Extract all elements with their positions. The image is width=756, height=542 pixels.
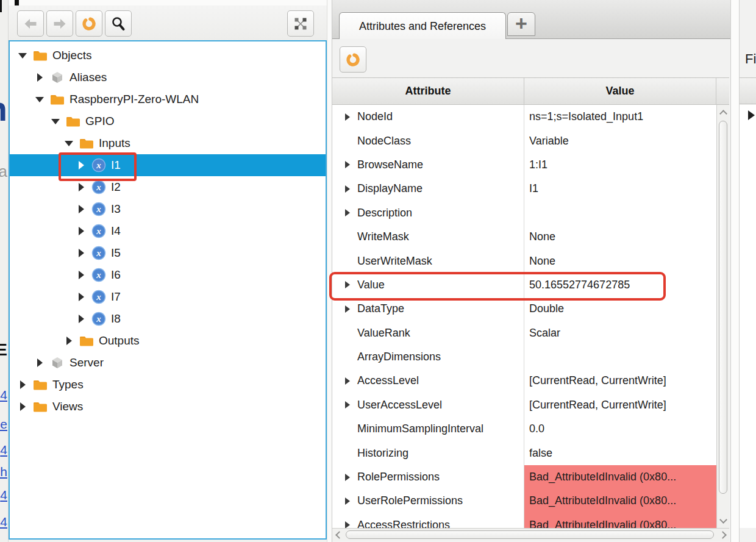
attribute-row-useraccesslevel[interactable]: UserAccessLevel[CurrentRead, CurrentWrit… [332,393,729,417]
expander-icon[interactable] [748,110,755,120]
expander-icon[interactable] [342,472,353,483]
attribute-row-description[interactable]: Description [332,201,729,225]
tree-item-i2[interactable]: xI2 [10,176,326,198]
back-button[interactable] [17,10,44,37]
attribute-value-cell[interactable]: 1:I1 [524,153,716,177]
expander-icon[interactable] [342,304,353,315]
attribute-row-minimumsamplinginterval[interactable]: MinimumSamplingInterval0.0 [332,417,729,441]
attribute-row-value[interactable]: Value50.16552774672785 [332,273,729,297]
attribute-name-cell[interactable]: WriteMask [332,225,524,249]
expander-icon[interactable] [76,313,87,324]
expander-icon[interactable] [17,401,28,412]
attribute-value-cell[interactable]: Double [524,297,716,321]
search-button[interactable] [105,10,132,37]
expander-icon[interactable] [34,357,45,368]
attribute-value-cell[interactable] [524,345,716,369]
attribute-name-cell[interactable]: RolePermissions [332,465,524,489]
expander-icon[interactable] [76,160,87,171]
expander-icon[interactable] [342,207,353,218]
expander-icon[interactable] [76,204,87,215]
attribute-value-cell[interactable]: 0.0 [524,417,716,441]
attribute-name-cell[interactable]: AccessLevel [332,369,524,393]
attribute-row-accesslevel[interactable]: AccessLevel[CurrentRead, CurrentWrite] [332,369,729,393]
attribute-value-cell[interactable] [524,201,716,225]
forward-button[interactable] [46,10,73,37]
attribute-value-cell[interactable]: Bad_AttributeIdInvalid (0x80... [524,489,716,513]
expander-icon[interactable] [63,335,74,346]
attribute-value-cell[interactable]: [CurrentRead, CurrentWrite] [524,369,716,393]
attribute-name-cell[interactable]: AccessRestrictions [332,513,524,528]
attribute-name-cell[interactable]: Historizing [332,441,524,465]
attribute-row-historizing[interactable]: Historizingfalse [332,441,729,465]
expander-icon[interactable] [34,72,45,83]
tree-item-outputs[interactable]: Outputs [10,330,326,352]
attribute-value-cell[interactable]: false [524,441,716,465]
column-header-value[interactable]: Value [524,78,716,105]
expander-icon[interactable] [342,519,353,528]
expander-icon[interactable] [342,496,353,507]
expander-icon[interactable] [342,184,353,194]
horizontal-scrollbar[interactable] [332,528,729,541]
attribute-value-cell[interactable]: Bad_AttributeIdInvalid (0x80... [524,513,716,528]
tree-item-types[interactable]: Types [10,374,326,396]
expander-icon[interactable] [34,94,45,105]
attribute-row-datatype[interactable]: DataTypeDouble [332,297,729,321]
tree-item-gpio[interactable]: GPIO [10,110,326,132]
expander-icon[interactable] [342,112,353,123]
expander-icon[interactable] [342,279,353,290]
panel-splitter[interactable] [327,0,332,542]
attribute-name-cell[interactable]: ArrayDimensions [332,345,524,369]
attribute-row-writemask[interactable]: WriteMaskNone [332,225,729,249]
attribute-row-nodeclass[interactable]: NodeClassVariable [332,129,729,152]
tree-item-server[interactable]: Server [10,352,326,374]
attribute-value-cell[interactable]: ns=1;s=Isolated_Input1 [524,105,716,129]
attribute-row-arraydimensions[interactable]: ArrayDimensions [332,345,729,369]
vertical-scrollbar[interactable] [716,105,729,528]
attribute-row-nodeid[interactable]: NodeIdns=1;s=Isolated_Input1 [332,105,729,129]
tree-item-i1[interactable]: xI1 [10,154,326,176]
tree-item-aliases[interactable]: Aliases [10,66,326,88]
tree-item-i6[interactable]: xI6 [10,264,326,286]
expander-icon[interactable] [76,269,87,280]
attribute-value-cell[interactable]: None [524,225,716,249]
expander-icon[interactable] [17,50,28,61]
tree-item-i4[interactable]: xI4 [10,220,326,242]
attribute-name-cell[interactable]: NodeId [332,105,524,129]
expander-icon[interactable] [76,226,87,237]
expander-icon[interactable] [76,291,87,302]
expander-icon[interactable] [342,376,353,387]
refresh-attributes-button[interactable] [340,46,366,73]
attribute-row-rolepermissions[interactable]: RolePermissionsBad_AttributeIdInvalid (0… [332,465,729,489]
horizontal-scrollbar-thumb[interactable] [346,530,714,539]
attribute-row-userwritemask[interactable]: UserWriteMaskNone [332,249,729,273]
attribute-value-cell[interactable]: 50.16552774672785 [524,273,716,297]
expander-icon[interactable] [342,159,353,170]
attribute-name-cell[interactable]: UserWriteMask [332,249,524,273]
expander-icon[interactable] [76,248,87,259]
tree-item-views[interactable]: Views [10,396,326,418]
attribute-name-cell[interactable]: Value [332,273,524,297]
tree-item-objects[interactable]: Objects [10,45,326,66]
attribute-value-cell[interactable]: Variable [524,129,716,152]
attribute-name-cell[interactable]: DataType [332,297,524,321]
attribute-name-cell[interactable]: Description [332,201,524,225]
tree-item-i7[interactable]: xI7 [10,286,326,308]
expander-icon[interactable] [63,138,74,149]
attribute-name-cell[interactable]: UserAccessLevel [332,393,524,417]
attribute-row-userrolepermissions[interactable]: UserRolePermissionsBad_AttributeIdInvali… [332,489,729,513]
expander-icon[interactable] [76,182,87,193]
expander-icon[interactable] [342,399,353,410]
scroll-right-icon[interactable] [719,531,727,539]
tree-item-inputs[interactable]: Inputs [10,132,326,154]
attribute-name-cell[interactable]: ValueRank [332,321,524,345]
graph-view-button[interactable] [287,10,314,37]
attribute-name-cell[interactable]: MinimumSamplingInterval [332,417,524,441]
attribute-row-accessrestrictions[interactable]: AccessRestrictionsBad_AttributeIdInvalid… [332,513,729,528]
tree-item-i5[interactable]: xI5 [10,242,326,264]
vertical-scrollbar-thumb[interactable] [719,121,727,494]
tree-item-i3[interactable]: xI3 [10,198,326,220]
add-tab-button[interactable]: + [507,12,535,36]
attribute-value-cell[interactable]: [CurrentRead, CurrentWrite] [524,393,716,417]
tree-item-i8[interactable]: xI8 [10,308,326,330]
expander-icon[interactable] [50,116,61,127]
